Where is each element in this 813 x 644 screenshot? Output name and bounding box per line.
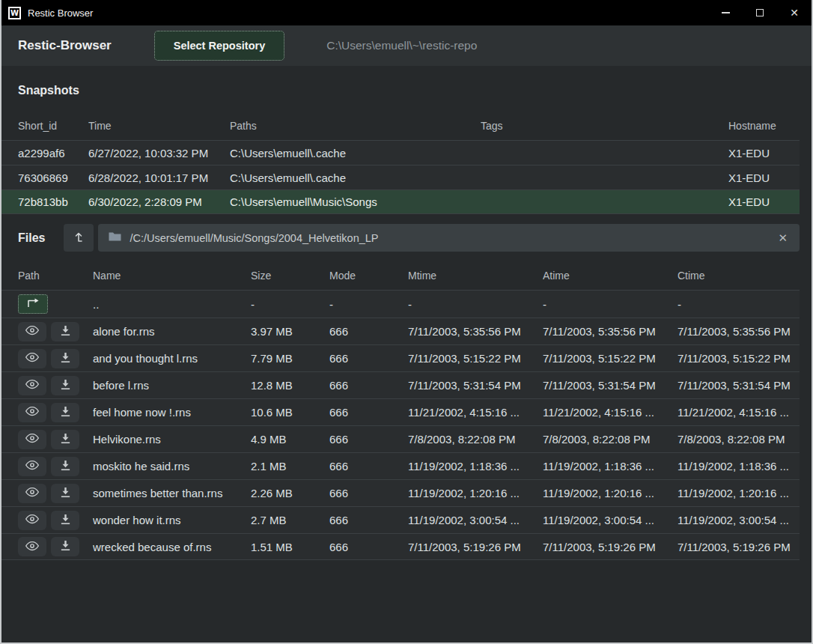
file-mode: 666 xyxy=(329,487,408,499)
file-ctime: 11/19/2002, 1:18:36 ... xyxy=(678,460,800,473)
file-ctime: 11/19/2002, 1:20:16 ... xyxy=(678,487,800,499)
clear-path-button[interactable]: ✕ xyxy=(776,231,789,245)
download-icon xyxy=(60,433,71,446)
minimize-icon xyxy=(722,12,730,13)
parent-row-mode: - xyxy=(329,298,408,311)
open-parent-directory-button[interactable] xyxy=(18,294,48,314)
file-mode: 666 xyxy=(329,541,408,553)
current-path-input[interactable]: /C:/Users/emuell/Music/Songs/2004_Helvet… xyxy=(98,224,800,252)
view-file-button[interactable] xyxy=(18,457,46,476)
select-repository-button[interactable]: Select Repository xyxy=(154,31,285,61)
maximize-button[interactable] xyxy=(743,0,777,25)
view-file-button[interactable] xyxy=(18,537,46,556)
current-path-value: /C:/Users/emuell/Music/Songs/2004_Helvet… xyxy=(130,232,776,244)
eye-icon xyxy=(25,325,40,338)
file-row: wonder how it.rns 2.7 MB 666 11/19/2002,… xyxy=(1,506,800,533)
file-size: 10.6 MB xyxy=(251,406,329,419)
view-file-button[interactable] xyxy=(18,484,46,503)
download-icon xyxy=(60,487,71,500)
file-name: before l.rns xyxy=(93,379,251,392)
file-mtime: 11/21/2002, 4:15:16 ... xyxy=(408,406,543,419)
file-mtime: 7/11/2003, 5:19:26 PM xyxy=(408,541,543,553)
column-header-size: Size xyxy=(251,270,329,282)
file-mtime: 7/11/2003, 5:15:22 PM xyxy=(408,352,543,365)
file-size: 4.9 MB xyxy=(251,433,329,446)
maximize-icon xyxy=(756,9,764,16)
files-bar: Files /C:/Users/emuell/Music/Songs/2004_… xyxy=(1,224,800,252)
snapshot-hostname: X1-EDU xyxy=(728,147,800,160)
files-table-header: Path Name Size Mode Mtime Atime Ctime xyxy=(1,261,800,290)
file-row: and you thought l.rns 7.79 MB 666 7/11/2… xyxy=(1,344,800,371)
files-table-body: alone for.rns 3.97 MB 666 7/11/2003, 5:3… xyxy=(1,318,800,560)
repository-path-text: C:\Users\emuell\~\restic-repo xyxy=(326,39,477,52)
file-atime: 7/8/2003, 8:22:08 PM xyxy=(543,433,678,446)
close-button[interactable]: ✕ xyxy=(777,0,812,25)
snapshot-short-id: 72b813bb xyxy=(18,195,88,208)
file-atime: 11/19/2002, 3:00:54 ... xyxy=(543,514,678,526)
snapshot-short-id: a2299af6 xyxy=(18,147,88,160)
download-file-button[interactable] xyxy=(51,537,79,556)
parent-row-mtime: - xyxy=(408,298,543,311)
eye-icon xyxy=(25,352,40,365)
view-file-button[interactable] xyxy=(18,403,46,422)
file-atime: 7/11/2003, 5:19:26 PM xyxy=(543,541,678,553)
view-file-button[interactable] xyxy=(18,349,46,368)
file-size: 1.51 MB xyxy=(251,541,329,553)
parent-row-ctime: - xyxy=(678,298,800,311)
file-name: alone for.rns xyxy=(93,325,251,338)
download-file-button[interactable] xyxy=(51,457,79,476)
page-title: Restic-Browser xyxy=(18,38,112,53)
download-file-button[interactable] xyxy=(51,349,79,368)
download-file-button[interactable] xyxy=(51,403,79,422)
file-size: 2.7 MB xyxy=(251,514,329,526)
column-header-time: Time xyxy=(88,120,230,132)
file-atime: 7/11/2003, 5:35:56 PM xyxy=(543,325,678,338)
snapshot-hostname: X1-EDU xyxy=(728,195,800,208)
file-ctime: 7/11/2003, 5:19:26 PM xyxy=(678,541,800,553)
snapshots-heading: Snapshots xyxy=(1,66,812,99)
titlebar: W Restic Browser ✕ xyxy=(1,0,812,25)
snapshot-row[interactable]: 76306869 6/28/2022, 10:01:17 PM C:\Users… xyxy=(1,165,800,189)
download-file-button[interactable] xyxy=(51,430,79,449)
download-file-button[interactable] xyxy=(51,376,79,395)
file-name: moskito he said.rns xyxy=(93,460,251,473)
snapshot-row[interactable]: 72b813bb 6/30/2022, 2:28:09 PM C:\Users\… xyxy=(1,189,800,214)
file-mode: 666 xyxy=(329,514,408,526)
file-mode: 666 xyxy=(329,460,408,473)
files-table: Path Name Size Mode Mtime Atime Ctime ..… xyxy=(1,261,800,560)
file-atime: 7/11/2003, 5:31:54 PM xyxy=(543,379,678,392)
file-name: wonder how it.rns xyxy=(93,514,251,526)
go-to-root-button[interactable] xyxy=(64,224,94,252)
app-window: W Restic Browser ✕ Restic-Browser Select… xyxy=(0,0,813,644)
view-file-button[interactable] xyxy=(18,376,46,395)
column-header-path: Path xyxy=(18,270,93,282)
file-mtime: 7/8/2003, 8:22:08 PM xyxy=(408,433,543,446)
download-file-button[interactable] xyxy=(51,511,79,530)
snapshots-table-header: Short_id Time Paths Tags Hostname xyxy=(1,112,800,140)
download-file-button[interactable] xyxy=(51,322,79,341)
file-mtime: 11/19/2002, 1:18:36 ... xyxy=(408,460,543,473)
file-size: 2.26 MB xyxy=(251,487,329,499)
file-row: Helvikone.rns 4.9 MB 666 7/8/2003, 8:22:… xyxy=(1,425,800,452)
view-file-button[interactable] xyxy=(18,511,46,530)
file-ctime: 7/11/2003, 5:15:22 PM xyxy=(678,352,800,365)
parent-row-size: - xyxy=(251,298,329,311)
file-mode: 666 xyxy=(329,325,408,338)
view-file-button[interactable] xyxy=(18,322,46,341)
file-name: sometimes better than.rns xyxy=(93,487,251,499)
snapshot-time: 6/30/2022, 2:28:09 PM xyxy=(88,195,230,208)
file-mtime: 11/19/2002, 1:20:16 ... xyxy=(408,487,543,499)
column-header-mode: Mode xyxy=(329,270,408,282)
download-icon xyxy=(60,460,71,473)
folder-icon xyxy=(109,231,121,245)
minimize-button[interactable] xyxy=(708,0,743,25)
download-file-button[interactable] xyxy=(51,484,79,503)
files-heading: Files xyxy=(18,231,45,245)
snapshot-row[interactable]: a2299af6 6/27/2022, 10:03:32 PM C:\Users… xyxy=(1,140,800,165)
view-file-button[interactable] xyxy=(18,430,46,449)
column-header-short-id: Short_id xyxy=(18,120,88,132)
snapshot-paths: C:\Users\emuell\.cache xyxy=(230,147,481,160)
download-icon xyxy=(60,540,71,553)
up-arrow-icon xyxy=(73,231,84,245)
eye-icon xyxy=(25,487,40,499)
